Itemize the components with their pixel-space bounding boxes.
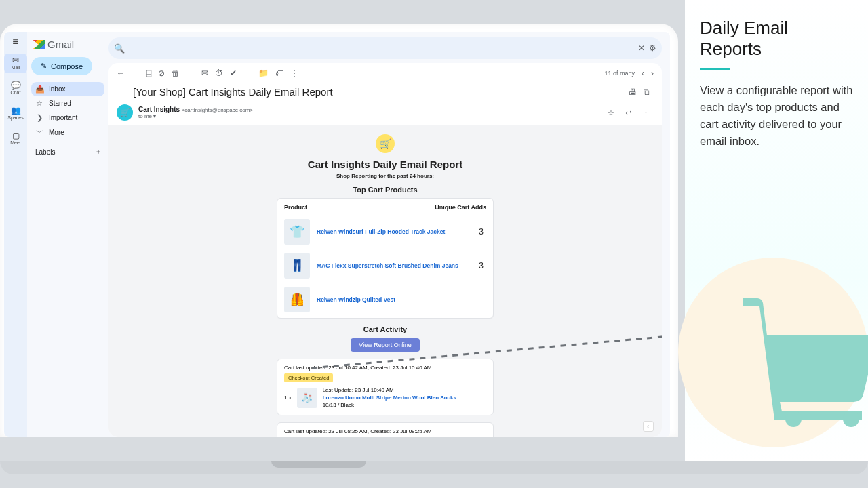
rail-label: Mail [12, 65, 20, 70]
rail-label: Spaces [7, 115, 23, 121]
activity-qty: 1 x [284, 394, 292, 401]
compose-label: Compose [51, 62, 83, 70]
email-title: Cart Insights Daily Email Report [118, 159, 652, 170]
snooze-icon[interactable]: ⏱ [215, 68, 223, 78]
add-label-button[interactable]: ＋ [95, 147, 102, 157]
search-icon: 🔍 [114, 43, 125, 54]
subject-text: [Your Shop] Cart Insights Daily Email Re… [133, 86, 333, 98]
message-more-icon[interactable]: ⋮ [642, 108, 650, 117]
newwindow-icon[interactable]: ⧉ [644, 87, 650, 97]
mark-unread-icon[interactable]: ✉ [201, 68, 208, 78]
top-products-header: Top Cart Products [118, 186, 652, 194]
activity-update: Last Update: 23 Jul 10:40 AM [323, 386, 456, 394]
col-product: Product [284, 204, 307, 211]
laptop-frame: ≡ ✉ Mail 💬 Chat 👥 Spaces ▢ Meet Gmail [0, 24, 678, 437]
search-input[interactable] [129, 43, 634, 53]
chat-icon: 💬 [11, 81, 21, 90]
product-link[interactable]: Relwen Windsurf Full-Zip Hooded Track Ja… [317, 228, 472, 235]
sidebar: Gmail ✎ Compose 📥Inbox ☆Starred ❯Importa… [27, 32, 108, 437]
product-thumb: 🧦 [297, 388, 317, 408]
recipient-dropdown[interactable]: to me ▾ [138, 113, 253, 119]
activity-card: Cart last updated: 23 Jul 08:25 AM, Crea… [277, 422, 494, 437]
clear-search-icon[interactable]: ✕ [638, 43, 645, 53]
product-thumb: 👖 [284, 253, 310, 279]
star-icon: ☆ [35, 99, 43, 108]
product-link[interactable]: MAC Flexx Superstretch Soft Brushed Deni… [317, 262, 472, 269]
app-rail: ≡ ✉ Mail 💬 Chat 👥 Spaces ▢ Meet [4, 32, 27, 437]
meet-icon: ▢ [12, 131, 20, 140]
task-icon[interactable]: ✔ [230, 68, 237, 78]
gmail-logo[interactable]: Gmail [31, 37, 104, 57]
nav-important[interactable]: ❯Important [31, 110, 104, 125]
rail-chat[interactable]: 💬 Chat [4, 79, 27, 98]
promo-panel: Daily Email Reports View a configurable … [685, 0, 868, 461]
rail-meet[interactable]: ▢ Meet [4, 129, 27, 148]
laptop-base [0, 461, 868, 474]
product-count: 3 [479, 227, 486, 237]
cart-activity-header: Cart Activity [118, 325, 652, 333]
menu-icon[interactable]: ≡ [12, 36, 18, 48]
activity-card: Cart last updated: 23 Jul 10:42 AM, Crea… [277, 359, 494, 415]
folder-nav: 📥Inbox ☆Starred ❯Important ﹀More [31, 82, 104, 140]
product-count: 3 [479, 261, 486, 270]
gmail-logo-text: Gmail [47, 39, 74, 50]
activity-meta: Cart last updated: 23 Jul 08:25 AM, Crea… [284, 428, 486, 434]
gmail-app: ≡ ✉ Mail 💬 Chat 👥 Spaces ▢ Meet Gmail [4, 32, 670, 437]
activity-meta: Cart last updated: 23 Jul 10:42 AM, Crea… [284, 365, 486, 371]
rail-mail[interactable]: ✉ Mail [4, 54, 27, 73]
email-body: 🛒 Cart Insights Daily Email Report Shop … [108, 125, 662, 437]
promo-illustration [692, 258, 868, 447]
svg-point-0 [785, 411, 802, 427]
archive-icon[interactable]: ⌸ [146, 68, 151, 78]
delete-icon[interactable]: 🗑 [172, 68, 180, 78]
pencil-icon: ✎ [41, 62, 47, 70]
label-icon[interactable]: 🏷 [275, 68, 283, 78]
move-icon[interactable]: 📁 [258, 68, 269, 78]
mail-icon: ✉ [12, 56, 19, 65]
labels-header: Labels ＋ [31, 140, 104, 157]
search-options-icon[interactable]: ⚙ [649, 43, 656, 53]
product-link[interactable]: Lorenzo Uomo Multi Stripe Merino Wool Bl… [323, 394, 456, 401]
back-icon[interactable]: ← [117, 68, 125, 78]
rail-label: Meet [10, 140, 21, 146]
gmail-logo-icon [33, 40, 45, 49]
product-link[interactable]: Relwen Windzip Quilted Vest [317, 296, 477, 303]
show-trimmed-icon[interactable]: ‹ [643, 421, 654, 432]
sender-row: 🛒 Cart Insights <cartinsights@onspace.co… [108, 104, 662, 125]
reply-icon[interactable]: ↩ [625, 108, 631, 117]
avatar: 🛒 [117, 104, 133, 121]
more-icon[interactable]: ⋮ [290, 68, 298, 78]
sender-info: Cart Insights <cartinsights@onspace.com>… [138, 106, 253, 119]
promo-paragraph: View a configurable report with each day… [700, 82, 853, 149]
star-message-icon[interactable]: ☆ [608, 108, 614, 117]
subject-row: [Your Shop] Cart Insights Daily Email Re… [108, 83, 662, 104]
spam-icon[interactable]: ⊘ [158, 68, 165, 78]
product-thumb: 👕 [284, 219, 310, 245]
compose-button[interactable]: ✎ Compose [31, 57, 92, 75]
spaces-icon: 👥 [11, 106, 21, 115]
nav-starred[interactable]: ☆Starred [31, 96, 104, 110]
print-icon[interactable]: 🖶 [629, 87, 637, 97]
product-thumb: 🦺 [284, 287, 310, 312]
email-subtitle: Shop Reporting for the past 24 hours: [118, 173, 652, 179]
rail-spaces[interactable]: 👥 Spaces [4, 104, 27, 123]
next-icon[interactable]: › [651, 68, 654, 78]
laptop-notch [271, 461, 366, 468]
top-products-card: Product Unique Cart Adds 👕 Relwen Windsu… [277, 198, 494, 319]
inbox-icon: 📥 [35, 85, 43, 94]
search-bar[interactable]: 🔍 ✕ ⚙ [108, 37, 662, 59]
app-logo-icon: 🛒 [376, 134, 395, 153]
chevron-down-icon: ﹀ [35, 127, 43, 138]
view-report-button[interactable]: View Report Online [351, 338, 419, 352]
message-toolbar: ← ⌸ ⊘ 🗑 ✉ ⏱ ✔ 📁 🏷 ⋮ 11 of many ‹ [108, 63, 662, 83]
prev-icon[interactable]: ‹ [642, 68, 644, 78]
important-icon: ❯ [35, 113, 43, 122]
rail-label: Chat [11, 90, 21, 96]
nav-inbox[interactable]: 📥Inbox [31, 82, 104, 96]
message-panel: ← ⌸ ⊘ 🗑 ✉ ⏱ ✔ 📁 🏷 ⋮ 11 of many ‹ [108, 63, 662, 437]
promo-divider [700, 68, 730, 70]
svg-point-1 [843, 411, 859, 427]
product-row: 🦺 Relwen Windzip Quilted Vest [277, 284, 493, 318]
nav-more[interactable]: ﹀More [31, 125, 104, 140]
pagination-counter: 11 of many [604, 70, 635, 77]
